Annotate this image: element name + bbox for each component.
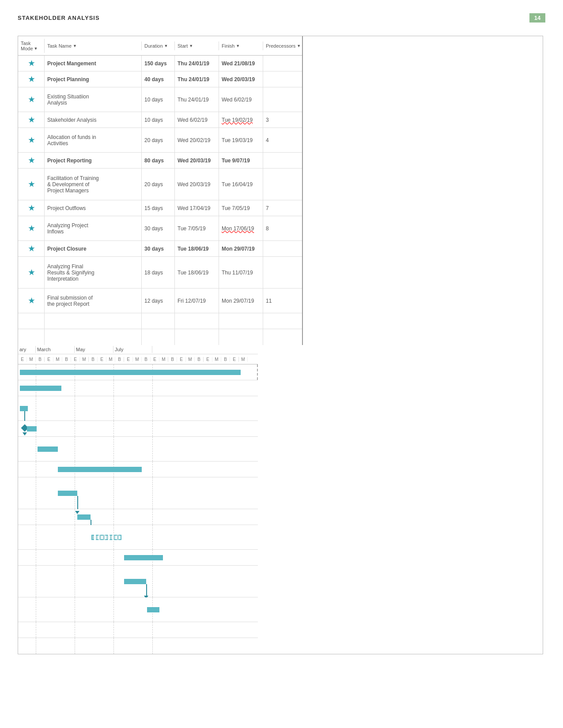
task-icon: ★ bbox=[28, 268, 34, 277]
gantt-bar bbox=[124, 579, 146, 584]
task-icon: ★ bbox=[28, 59, 34, 68]
page-header: STAKEHOLDER ANALYSIS 14 bbox=[18, 13, 545, 23]
table-row: ★ Facilitation of Training & Development… bbox=[18, 169, 302, 200]
week-label: M bbox=[239, 357, 248, 362]
gantt-table-header: Task Mode ▼ Task Name ▼ Duration ▼ Start… bbox=[18, 36, 302, 56]
chart-row bbox=[18, 550, 258, 566]
gantt-table: Task Mode ▼ Task Name ▼ Duration ▼ Start… bbox=[18, 36, 303, 345]
week-label: B bbox=[142, 357, 151, 362]
gantt-bar bbox=[124, 555, 163, 560]
connector-arrow bbox=[75, 511, 79, 514]
task-icon: ★ bbox=[28, 136, 34, 144]
col-duration-header: Duration ▼ bbox=[142, 41, 175, 50]
start-filter-arrow[interactable]: ▼ bbox=[189, 44, 193, 48]
col-start-header: Start ▼ bbox=[175, 41, 219, 50]
week-label: E bbox=[45, 357, 53, 362]
gantt-bar bbox=[58, 491, 77, 496]
gantt-chart-wrapper: Task Mode ▼ Task Name ▼ Duration ▼ Start… bbox=[18, 36, 543, 654]
week-label: B bbox=[89, 357, 98, 362]
week-label: B bbox=[168, 357, 177, 362]
week-label: M bbox=[27, 357, 36, 362]
table-row: ★ Final submission of the project Report… bbox=[18, 289, 302, 313]
task-icon: ★ bbox=[28, 296, 34, 305]
chart-header: ary March May July E M B E M B bbox=[18, 345, 258, 364]
name-filter-arrow[interactable]: ▼ bbox=[73, 44, 77, 48]
task-icon: ★ bbox=[28, 75, 34, 83]
week-label: M bbox=[106, 357, 115, 362]
table-row-empty bbox=[18, 329, 302, 345]
col-pred-header: Predecessors ▼ bbox=[263, 41, 303, 50]
gantt-bar bbox=[27, 426, 37, 432]
task-icon: ★ bbox=[28, 180, 34, 188]
pred-filter-arrow[interactable]: ▼ bbox=[297, 44, 301, 48]
table-row: ★ Stakeholder Analysis 10 days Wed 6/02/… bbox=[18, 112, 302, 128]
table-row: ★ Project Outflows 15 days Wed 17/04/19 … bbox=[18, 200, 302, 216]
gantt-bar bbox=[147, 607, 159, 612]
table-row: ★ Analyzing Final Results & Signifying I… bbox=[18, 257, 302, 289]
week-label: E bbox=[98, 357, 106, 362]
page-title: STAKEHOLDER ANALYSIS bbox=[18, 15, 100, 21]
gantt-bar bbox=[38, 447, 58, 452]
table-row-empty bbox=[18, 313, 302, 329]
col-mode-header: Task Mode ▼ bbox=[18, 39, 45, 53]
table-row: ★ Project Closure 30 days Tue 18/06/19 M… bbox=[18, 241, 302, 257]
week-label: M bbox=[186, 357, 195, 362]
finish-filter-arrow[interactable]: ▼ bbox=[236, 44, 240, 48]
chart-row bbox=[18, 477, 258, 509]
month-label: March bbox=[36, 346, 75, 353]
chart-row-empty bbox=[18, 622, 258, 638]
task-icon: ★ bbox=[28, 204, 34, 212]
month-label: May bbox=[75, 346, 113, 353]
week-label: E bbox=[71, 357, 80, 362]
task-icon: ★ bbox=[28, 244, 34, 253]
chart-row bbox=[18, 421, 258, 437]
week-label: M bbox=[159, 357, 168, 362]
week-label: M bbox=[212, 357, 221, 362]
chart-row bbox=[18, 525, 258, 550]
week-label: E bbox=[151, 357, 159, 362]
week-label: E bbox=[177, 357, 186, 362]
week-label: B bbox=[115, 357, 124, 362]
gantt-bar bbox=[20, 406, 28, 411]
chart-row bbox=[18, 380, 258, 396]
gantt-bar bbox=[20, 370, 241, 375]
page-number: 14 bbox=[529, 13, 545, 23]
week-label: B bbox=[221, 357, 230, 362]
gantt-bar bbox=[20, 386, 61, 391]
task-icon: ★ bbox=[28, 156, 34, 165]
duration-filter-arrow[interactable]: ▼ bbox=[164, 44, 168, 48]
month-label bbox=[152, 349, 258, 350]
table-row: ★ Project Planning 40 days Thu 24/01/19 … bbox=[18, 71, 302, 87]
week-label: E bbox=[18, 357, 27, 362]
week-label: B bbox=[62, 357, 71, 362]
week-label: B bbox=[36, 357, 45, 362]
week-label: M bbox=[133, 357, 142, 362]
connector-arrow bbox=[23, 432, 27, 435]
table-row: ★ Existing Situatiion Analysis 10 days T… bbox=[18, 87, 302, 112]
week-label: M bbox=[80, 357, 89, 362]
table-row: ★ Project Mangement 150 days Thu 24/01/1… bbox=[18, 56, 302, 71]
week-label: E bbox=[124, 357, 133, 362]
month-label: July bbox=[113, 346, 152, 353]
gantt-bar-dotted bbox=[91, 535, 121, 540]
col-name-header: Task Name ▼ bbox=[45, 41, 142, 50]
chart-row bbox=[18, 364, 258, 380]
task-icon: ★ bbox=[28, 116, 34, 124]
task-icon: ★ bbox=[28, 224, 34, 233]
week-label: M bbox=[53, 357, 62, 362]
mode-filter-arrow[interactable]: ▼ bbox=[34, 46, 38, 51]
gantt-chart: ary March May July E M B E M B bbox=[18, 345, 258, 654]
table-row: ★ Project Reporting 80 days Wed 20/03/19… bbox=[18, 153, 302, 169]
chart-row bbox=[18, 597, 258, 622]
chart-row bbox=[18, 566, 258, 597]
table-row: ★ Allocation of funds in Activities 20 d… bbox=[18, 128, 302, 153]
chart-row bbox=[18, 396, 258, 421]
chart-row bbox=[18, 437, 258, 462]
chart-row-empty bbox=[18, 638, 258, 654]
chart-row bbox=[18, 509, 258, 525]
task-icon: ★ bbox=[28, 95, 34, 104]
month-label: ary bbox=[18, 346, 36, 353]
week-label: B bbox=[195, 357, 204, 362]
table-row: ★ Analyzing Project Inflows 30 days Tue … bbox=[18, 216, 302, 241]
week-label: E bbox=[230, 357, 239, 362]
